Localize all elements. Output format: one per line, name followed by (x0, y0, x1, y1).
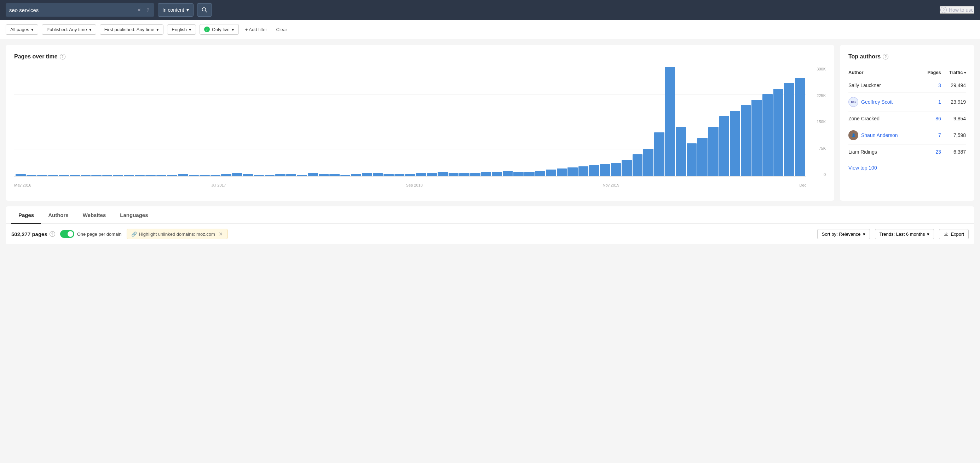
pages-link[interactable]: 3 (938, 83, 941, 88)
traffic-sort-icon[interactable]: ▾ (964, 71, 966, 75)
bottom-section: PagesAuthorsWebsitesLanguages 502,277 pa… (6, 206, 974, 244)
bar (37, 175, 48, 176)
table-row: Liam Ridings236,387 (848, 145, 966, 159)
topbar: ✕ ? In content ▾ ? How to use (0, 0, 980, 20)
search-input[interactable] (9, 7, 133, 13)
only-live-filter[interactable]: ✓ Only live ▾ (199, 24, 239, 35)
author-traffic: 6,387 (941, 145, 966, 159)
bar (81, 175, 91, 176)
bar (145, 175, 156, 176)
how-to-use-button[interactable]: ? How to use (940, 6, 974, 14)
highlight-close-button[interactable]: ✕ (219, 231, 223, 237)
how-to-use-label: How to use (949, 7, 974, 13)
bar (178, 174, 188, 176)
pages-link[interactable]: 7 (938, 133, 941, 138)
bar (362, 173, 372, 176)
traffic-col-header: Traffic ▾ (941, 67, 966, 78)
bar (449, 173, 459, 176)
bar (676, 127, 686, 176)
author-name-cell: 👤Shaun Anderson (848, 126, 921, 145)
download-icon (943, 232, 948, 236)
bar (459, 173, 469, 176)
author-traffic: 29,494 (941, 78, 966, 93)
view-top-100-link[interactable]: View top 100 (848, 165, 966, 171)
bar (383, 174, 394, 176)
chart-x-labels: May 2016 Jul 2017 Sep 2018 Nov 2019 Dec (14, 182, 806, 187)
pages-link[interactable]: 86 (935, 116, 941, 121)
bar (156, 175, 167, 176)
author-link[interactable]: Geoffrey Scott (861, 99, 892, 105)
pages-col-header: Pages (921, 67, 941, 78)
toggle-track (60, 230, 74, 238)
tab-pages[interactable]: Pages (11, 206, 41, 224)
pages-link[interactable]: 23 (935, 149, 941, 155)
x-label-may2016: May 2016 (14, 183, 31, 187)
add-filter-button[interactable]: + Add filter (242, 25, 270, 34)
chevron-down-icon: ▾ (156, 27, 159, 32)
bar (16, 174, 26, 176)
author-name-wrapper: Sally Lauckner (848, 83, 921, 88)
bar (91, 175, 102, 176)
bar (751, 100, 762, 176)
author-name: Liam Ridings (848, 149, 877, 155)
chevron-down-icon: ▾ (89, 27, 92, 32)
authors-help-icon[interactable]: ? (883, 54, 888, 59)
bar (275, 174, 285, 176)
bar (124, 175, 134, 176)
trends-chevron-icon: ▾ (927, 232, 929, 237)
author-pages: 1 (921, 93, 941, 112)
tab-authors[interactable]: Authors (41, 206, 76, 224)
bar (697, 138, 708, 176)
bar (762, 94, 773, 176)
top-authors-section: Top authors ? Author Pages Traffic ▾ Sal… (840, 45, 974, 201)
bar (568, 168, 578, 176)
search-button[interactable] (197, 3, 212, 17)
x-label-dec: Dec (799, 183, 806, 187)
tab-languages[interactable]: Languages (113, 206, 155, 224)
clear-button[interactable]: Clear (274, 25, 290, 34)
pages-link[interactable]: 1 (938, 99, 941, 105)
x-label-jul2017: Jul 2017 (211, 183, 226, 187)
all-pages-filter[interactable]: All pages ▾ (6, 24, 38, 35)
pages-count: 502,277 pages ? (11, 231, 55, 237)
chart-area: 300K 225K 150K 75K 0 May 20 (14, 67, 826, 187)
author-name: Sally Lauckner (848, 83, 881, 88)
english-filter[interactable]: English ▾ (167, 24, 196, 35)
author-traffic: 9,854 (941, 112, 966, 126)
bar (70, 175, 80, 176)
one-per-domain-toggle[interactable]: One page per domain (60, 230, 122, 238)
first-published-filter[interactable]: First published: Any time ▾ (100, 24, 164, 35)
avatar: RG (848, 97, 858, 107)
chevron-down-icon: ▾ (186, 7, 189, 13)
search-wrapper: ✕ ? (6, 3, 154, 17)
published-filter[interactable]: Published: Any time ▾ (42, 24, 96, 35)
chart-help-icon[interactable]: ? (60, 54, 65, 59)
add-filter-label: + Add filter (245, 27, 267, 32)
search-help-icon[interactable]: ? (145, 6, 151, 14)
bar (687, 144, 697, 176)
bar (600, 164, 610, 176)
bar (611, 163, 621, 176)
sort-chevron-icon: ▾ (863, 232, 865, 237)
export-button[interactable]: Export (939, 229, 969, 239)
chevron-down-icon: ▾ (31, 27, 33, 32)
clear-search-button[interactable]: ✕ (136, 6, 143, 14)
main-content: Pages over time ? 300K 225K 150K 75K 0 (0, 39, 980, 206)
bar (535, 171, 546, 176)
bar (199, 175, 210, 176)
in-content-dropdown[interactable]: In content ▾ (158, 3, 194, 17)
sort-dropdown[interactable]: Sort by: Relevance ▾ (817, 229, 870, 239)
tab-websites[interactable]: Websites (76, 206, 113, 224)
chart-y-labels: 300K 225K 150K 75K 0 (808, 67, 826, 177)
bars-container (14, 67, 806, 176)
author-link[interactable]: Shaun Anderson (861, 133, 898, 138)
authors-table: Author Pages Traffic ▾ Sally Lauckner329… (848, 67, 966, 159)
bar (405, 174, 415, 176)
bar (513, 172, 523, 176)
bar (643, 149, 654, 176)
trends-dropdown[interactable]: Trends: Last 6 months ▾ (875, 229, 934, 239)
bottom-toolbar: 502,277 pages ? One page per domain 🔗 Hi… (6, 224, 974, 244)
author-col-header: Author (848, 67, 921, 78)
pages-count-help-icon[interactable]: ? (49, 231, 55, 237)
bar (708, 127, 719, 176)
